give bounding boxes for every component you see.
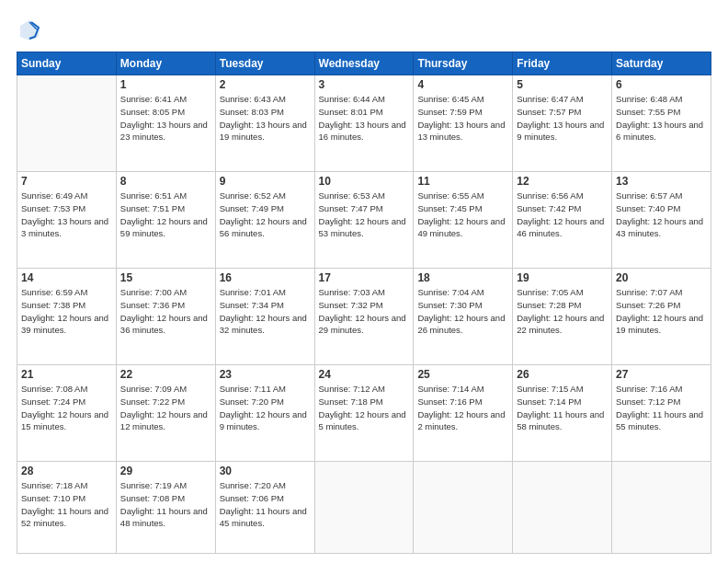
day-info: Sunrise: 7:07 AMSunset: 7:26 PMDaylight:… xyxy=(616,286,707,337)
day-info: Sunrise: 7:19 AMSunset: 7:08 PMDaylight:… xyxy=(120,479,211,530)
day-number: 27 xyxy=(616,368,707,381)
day-number: 6 xyxy=(616,78,707,91)
day-number: 26 xyxy=(517,368,608,381)
weekday-header-saturday: Saturday xyxy=(612,52,711,75)
day-number: 1 xyxy=(120,78,211,91)
day-info: Sunrise: 6:57 AMSunset: 7:40 PMDaylight:… xyxy=(616,190,707,240)
day-number: 14 xyxy=(21,271,112,284)
calendar-cell: 20Sunrise: 7:07 AMSunset: 7:26 PMDayligh… xyxy=(612,269,711,365)
calendar-cell: 15Sunrise: 7:00 AMSunset: 7:36 PMDayligh… xyxy=(116,269,215,365)
day-info: Sunrise: 7:11 AMSunset: 7:20 PMDaylight:… xyxy=(220,383,311,433)
day-info: Sunrise: 7:01 AMSunset: 7:34 PMDaylight:… xyxy=(220,286,311,337)
calendar-cell xyxy=(612,462,711,554)
day-info: Sunrise: 6:43 AMSunset: 8:03 PMDaylight:… xyxy=(220,93,311,144)
calendar-cell: 19Sunrise: 7:05 AMSunset: 7:28 PMDayligh… xyxy=(513,269,612,365)
calendar-cell: 21Sunrise: 7:08 AMSunset: 7:24 PMDayligh… xyxy=(17,365,117,462)
day-info: Sunrise: 7:16 AMSunset: 7:12 PMDaylight:… xyxy=(616,383,707,433)
calendar-cell: 3Sunrise: 6:44 AMSunset: 8:01 PMDaylight… xyxy=(314,75,414,172)
day-info: Sunrise: 7:05 AMSunset: 7:28 PMDaylight:… xyxy=(517,286,608,337)
calendar-week-row: 14Sunrise: 6:59 AMSunset: 7:38 PMDayligh… xyxy=(17,269,711,365)
weekday-header-thursday: Thursday xyxy=(414,52,513,75)
weekday-header-sunday: Sunday xyxy=(17,52,117,75)
day-info: Sunrise: 6:48 AMSunset: 7:55 PMDaylight:… xyxy=(616,93,707,144)
calendar-cell: 22Sunrise: 7:09 AMSunset: 7:22 PMDayligh… xyxy=(116,365,215,462)
calendar-table: SundayMondayTuesdayWednesdayThursdayFrid… xyxy=(17,52,711,554)
calendar-week-row: 1Sunrise: 6:41 AMSunset: 8:05 PMDaylight… xyxy=(17,75,711,172)
calendar-cell: 7Sunrise: 6:49 AMSunset: 7:53 PMDaylight… xyxy=(17,172,117,269)
calendar-cell: 4Sunrise: 6:45 AMSunset: 7:59 PMDaylight… xyxy=(414,75,513,172)
day-info: Sunrise: 6:55 AMSunset: 7:45 PMDaylight:… xyxy=(417,190,508,240)
day-info: Sunrise: 7:15 AMSunset: 7:14 PMDaylight:… xyxy=(517,383,608,433)
day-info: Sunrise: 6:53 AMSunset: 7:47 PMDaylight:… xyxy=(319,190,410,240)
day-info: Sunrise: 6:44 AMSunset: 8:01 PMDaylight:… xyxy=(319,93,410,144)
day-number: 16 xyxy=(220,271,311,284)
day-number: 4 xyxy=(417,78,508,91)
calendar-cell xyxy=(314,462,414,554)
calendar-week-row: 21Sunrise: 7:08 AMSunset: 7:24 PMDayligh… xyxy=(17,365,711,462)
day-info: Sunrise: 7:14 AMSunset: 7:16 PMDaylight:… xyxy=(417,383,508,433)
day-info: Sunrise: 7:18 AMSunset: 7:10 PMDaylight:… xyxy=(21,479,112,530)
logo-icon xyxy=(17,17,42,42)
calendar-cell: 30Sunrise: 7:20 AMSunset: 7:06 PMDayligh… xyxy=(215,462,314,554)
calendar-cell: 2Sunrise: 6:43 AMSunset: 8:03 PMDaylight… xyxy=(215,75,314,172)
day-number: 15 xyxy=(120,271,211,284)
calendar-cell: 8Sunrise: 6:51 AMSunset: 7:51 PMDaylight… xyxy=(116,172,215,269)
day-number: 11 xyxy=(417,175,508,188)
day-number: 10 xyxy=(319,175,410,188)
day-number: 30 xyxy=(220,465,311,477)
calendar-cell: 29Sunrise: 7:19 AMSunset: 7:08 PMDayligh… xyxy=(116,462,215,554)
weekday-header-row: SundayMondayTuesdayWednesdayThursdayFrid… xyxy=(17,52,711,75)
day-info: Sunrise: 6:49 AMSunset: 7:53 PMDaylight:… xyxy=(21,190,112,240)
day-number: 20 xyxy=(616,271,707,284)
calendar-cell: 28Sunrise: 7:18 AMSunset: 7:10 PMDayligh… xyxy=(17,462,117,554)
calendar-cell xyxy=(513,462,612,554)
calendar-cell: 17Sunrise: 7:03 AMSunset: 7:32 PMDayligh… xyxy=(314,269,414,365)
calendar-cell: 11Sunrise: 6:55 AMSunset: 7:45 PMDayligh… xyxy=(414,172,513,269)
day-info: Sunrise: 6:59 AMSunset: 7:38 PMDaylight:… xyxy=(21,286,112,337)
day-number: 13 xyxy=(616,175,707,188)
calendar-cell: 16Sunrise: 7:01 AMSunset: 7:34 PMDayligh… xyxy=(215,269,314,365)
weekday-header-friday: Friday xyxy=(513,52,612,75)
calendar-cell: 1Sunrise: 6:41 AMSunset: 8:05 PMDaylight… xyxy=(116,75,215,172)
calendar-cell: 23Sunrise: 7:11 AMSunset: 7:20 PMDayligh… xyxy=(215,365,314,462)
day-info: Sunrise: 6:41 AMSunset: 8:05 PMDaylight:… xyxy=(120,93,211,144)
page: SundayMondayTuesdayWednesdayThursdayFrid… xyxy=(0,0,728,563)
calendar-cell: 13Sunrise: 6:57 AMSunset: 7:40 PMDayligh… xyxy=(612,172,711,269)
logo xyxy=(17,17,48,42)
weekday-header-wednesday: Wednesday xyxy=(314,52,414,75)
calendar-cell: 26Sunrise: 7:15 AMSunset: 7:14 PMDayligh… xyxy=(513,365,612,462)
header xyxy=(17,17,711,42)
calendar-cell xyxy=(414,462,513,554)
day-number: 24 xyxy=(319,368,410,381)
day-info: Sunrise: 7:00 AMSunset: 7:36 PMDaylight:… xyxy=(120,286,211,337)
day-number: 9 xyxy=(220,175,311,188)
calendar-week-row: 7Sunrise: 6:49 AMSunset: 7:53 PMDaylight… xyxy=(17,172,711,269)
weekday-header-tuesday: Tuesday xyxy=(215,52,314,75)
calendar-cell: 25Sunrise: 7:14 AMSunset: 7:16 PMDayligh… xyxy=(414,365,513,462)
calendar-cell: 12Sunrise: 6:56 AMSunset: 7:42 PMDayligh… xyxy=(513,172,612,269)
day-number: 22 xyxy=(120,368,211,381)
calendar-cell: 14Sunrise: 6:59 AMSunset: 7:38 PMDayligh… xyxy=(17,269,117,365)
day-number: 25 xyxy=(417,368,508,381)
calendar-cell xyxy=(17,75,117,172)
day-info: Sunrise: 7:09 AMSunset: 7:22 PMDaylight:… xyxy=(120,383,211,433)
day-number: 12 xyxy=(517,175,608,188)
day-info: Sunrise: 7:12 AMSunset: 7:18 PMDaylight:… xyxy=(319,383,410,433)
calendar-week-row: 28Sunrise: 7:18 AMSunset: 7:10 PMDayligh… xyxy=(17,462,711,554)
day-info: Sunrise: 7:08 AMSunset: 7:24 PMDaylight:… xyxy=(21,383,112,433)
day-number: 29 xyxy=(120,465,211,477)
calendar-cell: 18Sunrise: 7:04 AMSunset: 7:30 PMDayligh… xyxy=(414,269,513,365)
day-number: 2 xyxy=(220,78,311,91)
day-info: Sunrise: 7:04 AMSunset: 7:30 PMDaylight:… xyxy=(417,286,508,337)
day-number: 8 xyxy=(120,175,211,188)
day-info: Sunrise: 6:51 AMSunset: 7:51 PMDaylight:… xyxy=(120,190,211,240)
day-number: 21 xyxy=(21,368,112,381)
day-info: Sunrise: 6:47 AMSunset: 7:57 PMDaylight:… xyxy=(517,93,608,144)
day-number: 23 xyxy=(220,368,311,381)
day-info: Sunrise: 6:52 AMSunset: 7:49 PMDaylight:… xyxy=(220,190,311,240)
day-number: 5 xyxy=(517,78,608,91)
calendar-cell: 6Sunrise: 6:48 AMSunset: 7:55 PMDaylight… xyxy=(612,75,711,172)
day-number: 7 xyxy=(21,175,112,188)
day-number: 19 xyxy=(517,271,608,284)
calendar-cell: 27Sunrise: 7:16 AMSunset: 7:12 PMDayligh… xyxy=(612,365,711,462)
